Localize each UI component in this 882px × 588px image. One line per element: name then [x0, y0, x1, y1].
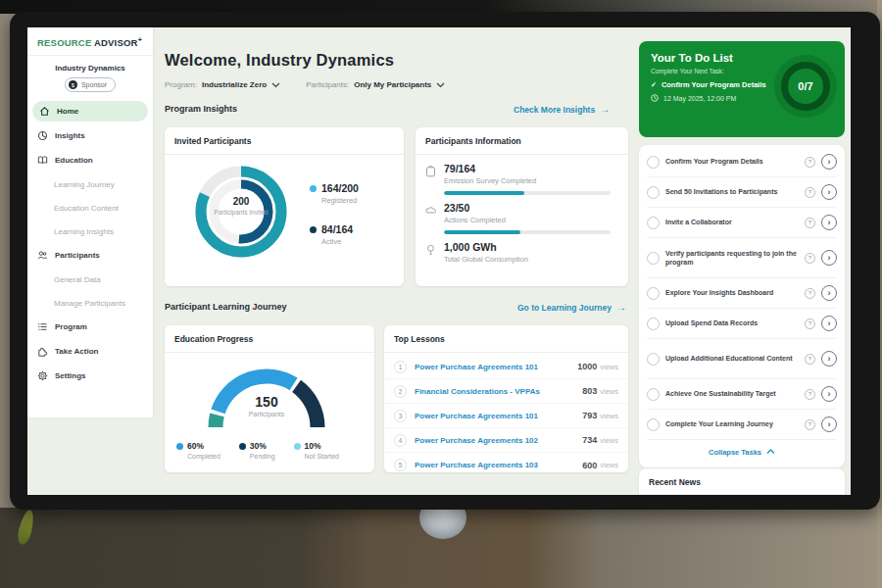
go-to-learning-journey-link[interactable]: Go to Learning Journey	[517, 302, 626, 313]
lesson-link[interactable]: Financial Considerations - VPPAs	[415, 387, 582, 396]
legend-label: Registered	[321, 196, 359, 205]
chevron-right-button[interactable]	[821, 154, 837, 170]
link-label: Go to Learning Journey	[517, 303, 612, 313]
arrow-right-icon	[600, 104, 610, 115]
legend-active: 84/164 Active	[310, 223, 353, 246]
monitor-bezel: RESOURCE ADVISOR+ Industry Dynamics $ Sp…	[10, 12, 880, 510]
chevron-right-button[interactable]	[821, 184, 837, 200]
task-checkbox[interactable]	[647, 318, 660, 330]
sidebar-item-participants[interactable]: Participants	[27, 243, 153, 268]
chevron-down-icon	[436, 82, 445, 88]
participants-filter[interactable]: Participants: Only My Participants	[306, 80, 445, 89]
help-icon[interactable]	[805, 157, 815, 168]
donut-center: 200 Participants Invited	[212, 196, 270, 217]
help-icon[interactable]	[805, 318, 815, 329]
chevron-right-button[interactable]	[821, 285, 837, 301]
help-icon[interactable]	[805, 253, 815, 264]
task-row[interactable]: Send 50 Invitations to Participants	[647, 177, 837, 208]
todo-progress-ring: 0/7	[774, 55, 837, 118]
participants-filter-label: Participants:	[306, 80, 349, 89]
help-icon[interactable]	[805, 354, 815, 365]
chevron-right-button[interactable]	[821, 386, 837, 402]
donut-center-label: Participants Invited	[212, 209, 270, 217]
progress-bar-fill	[444, 191, 524, 195]
legend-label: Not Started	[305, 453, 339, 460]
task-checkbox[interactable]	[647, 217, 660, 229]
check-more-insights-link[interactable]: Check More Insights	[514, 104, 610, 115]
help-icon[interactable]	[805, 187, 815, 198]
task-checkbox[interactable]	[647, 388, 660, 401]
chevron-right-button[interactable]	[821, 316, 837, 331]
task-label: Complete Your Learning Journey	[665, 419, 799, 428]
lesson-link[interactable]: Power Purchase Agreements 102	[415, 436, 582, 445]
learning-journey-heading: Participant Learning Journey	[165, 302, 287, 312]
lesson-link[interactable]: Power Purchase Agreements 101	[415, 412, 582, 420]
task-row[interactable]: Upload Additional Educational Content	[647, 339, 837, 379]
sidebar-item-take-action[interactable]: Take Action	[27, 339, 153, 364]
progress-bar	[444, 191, 611, 195]
lesson-link[interactable]: Power Purchase Agreements 101	[415, 363, 577, 371]
help-icon[interactable]	[805, 389, 815, 400]
sidebar-item-education[interactable]: Education	[27, 148, 153, 172]
legend-not-started: 10% Not Started	[294, 441, 339, 460]
gauge-center-value: 150	[227, 394, 306, 410]
sidebar-item-general-data[interactable]: General Data	[27, 268, 153, 291]
chevron-right-button[interactable]	[821, 250, 837, 266]
chevron-right-button[interactable]	[821, 215, 837, 230]
task-row[interactable]: Invite a Collaborator	[647, 208, 837, 238]
task-row[interactable]: Confirm Your Program Details	[647, 147, 837, 177]
lesson-views: 803	[582, 386, 597, 396]
recent-news-title: Recent News	[639, 468, 845, 495]
lesson-views: 793	[582, 411, 597, 420]
task-checkbox[interactable]	[647, 353, 660, 366]
task-checkbox[interactable]	[647, 252, 660, 265]
task-row[interactable]: Verify participants requesting to join t…	[647, 238, 837, 278]
legend-completed: 60% Completed	[176, 441, 220, 460]
metric-label: Actions Completed	[444, 216, 611, 224]
sidebar-item-program[interactable]: Program	[27, 315, 153, 339]
lesson-row: 5 Power Purchase Agreements 103 600 view…	[384, 453, 628, 477]
chevron-right-button[interactable]	[821, 351, 837, 367]
lesson-views-label: views	[600, 387, 618, 396]
chevron-down-icon	[271, 82, 280, 88]
task-row[interactable]: Upload Spend Data Records	[647, 309, 837, 339]
task-label: Explore Your Insights Dashboard	[665, 288, 799, 297]
help-icon[interactable]	[805, 218, 815, 228]
participants-filter-value: Only My Participants	[354, 80, 431, 89]
sidebar-item-insights[interactable]: Insights	[27, 123, 153, 148]
card-title: Invited Participants	[165, 127, 404, 155]
sidebar-item-learning-insights[interactable]: Learning Insights	[27, 220, 153, 243]
logo-advisor: ADVISOR	[94, 37, 138, 48]
help-icon[interactable]	[805, 288, 815, 299]
lesson-link[interactable]: Power Purchase Agreements 103	[415, 461, 582, 469]
sidebar-item-manage-participants[interactable]: Manage Participants	[27, 291, 153, 315]
help-icon[interactable]	[805, 419, 815, 430]
task-row[interactable]: Achieve One Sustainability Target	[647, 379, 837, 410]
logo-plus: +	[138, 36, 142, 43]
task-checkbox[interactable]	[647, 287, 660, 300]
metric-value: 79/164	[444, 163, 611, 174]
sidebar-item-label: Insights	[55, 131, 85, 140]
lesson-views-label: views	[600, 436, 618, 445]
task-checkbox[interactable]	[647, 186, 660, 199]
sponsor-badge[interactable]: $ Sponsor	[65, 77, 116, 92]
sidebar-item-label: Learning Journey	[54, 180, 115, 189]
sidebar-item-education-content[interactable]: Education Content	[27, 196, 153, 220]
chevron-right-button[interactable]	[821, 416, 837, 432]
sponsor-badge-label: Sponsor	[81, 81, 107, 88]
lesson-views: 734	[582, 435, 597, 445]
task-checkbox[interactable]	[647, 156, 660, 169]
lesson-views-label: views	[600, 461, 618, 469]
collapse-tasks-link[interactable]: Collapse Tasks	[647, 440, 837, 464]
task-row[interactable]: Explore Your Insights Dashboard	[647, 278, 837, 309]
gauge-center: 150 Participants	[227, 394, 306, 417]
task-checkbox[interactable]	[647, 418, 660, 431]
task-row[interactable]: Complete Your Learning Journey	[647, 410, 837, 440]
card-title: Top Lessons	[384, 325, 628, 353]
sidebar-item-learning-journey[interactable]: Learning Journey	[27, 172, 153, 196]
sidebar-item-settings[interactable]: Settings	[27, 364, 153, 388]
invited-participants-card: Invited Participants 200 Participants In…	[165, 127, 404, 286]
program-filter[interactable]: Program: Industrialize Zero	[165, 80, 280, 89]
sidebar-item-home[interactable]: Home	[32, 101, 148, 122]
task-label: Verify participants requesting to join t…	[665, 249, 799, 267]
